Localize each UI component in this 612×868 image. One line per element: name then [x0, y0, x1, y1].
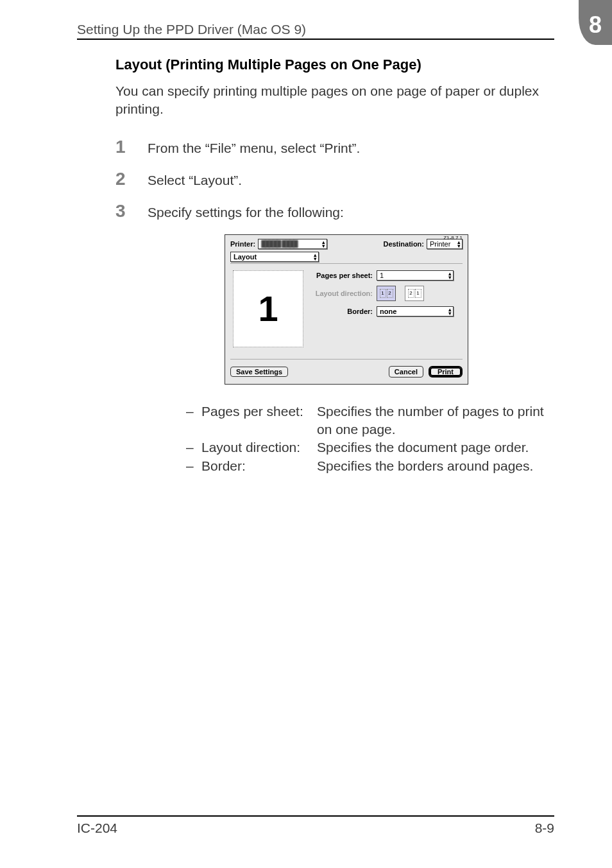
- definition-row: – Layout direction: Specifies the docume…: [186, 438, 554, 456]
- border-popup[interactable]: none ▴▾: [377, 306, 454, 317]
- dialog-version: Z1-8.7.1: [443, 235, 463, 241]
- border-value: none: [380, 308, 396, 315]
- preview-glyph: 1: [258, 288, 278, 329]
- step-number: 3: [115, 202, 148, 220]
- step-text: Select “Layout”.: [148, 170, 242, 188]
- step-2: 2 Select “Layout”.: [115, 170, 554, 188]
- pages-per-sheet-value: 1: [380, 272, 384, 279]
- running-header: Setting Up the PPD Driver (Mac OS 9): [77, 22, 306, 37]
- popup-caret-icon: ▴▾: [448, 272, 452, 279]
- border-label: Border:: [310, 308, 377, 315]
- pages-per-sheet-label: Pages per sheet:: [310, 272, 377, 279]
- dash: –: [186, 403, 201, 421]
- popup-caret-icon: ▴▾: [322, 240, 325, 248]
- definition-term: Layout direction:: [201, 438, 317, 456]
- layout-preview: 1: [233, 270, 303, 347]
- step-text: From the “File” menu, select “Print”.: [148, 138, 360, 156]
- definition-row: – Border: Specifies the borders around p…: [186, 457, 554, 475]
- layout-direction-rl-button[interactable]: 2 1: [405, 286, 424, 301]
- destination-label: Destination:: [383, 240, 424, 248]
- section-popup[interactable]: Layout ▴▾: [230, 252, 319, 262]
- layout-direction-icon: 2: [387, 289, 393, 298]
- footer-left: IC-204: [77, 820, 117, 836]
- printer-popup[interactable]: █████ ████ ▴▾: [258, 239, 327, 249]
- chapter-number-badge: 8: [579, 0, 612, 45]
- section-intro: You can specify printing multiple pages …: [115, 82, 554, 119]
- layout-direction-lr-button[interactable]: 1 2: [377, 286, 396, 301]
- cancel-button[interactable]: Cancel: [389, 366, 423, 378]
- pages-per-sheet-popup[interactable]: 1 ▴▾: [377, 270, 454, 281]
- print-button[interactable]: Print: [429, 366, 463, 378]
- popup-caret-icon: ▴▾: [457, 240, 461, 248]
- dash: –: [186, 457, 201, 475]
- layout-direction-label: Layout direction:: [310, 290, 377, 297]
- step-text: Specify settings for the following:: [148, 202, 344, 220]
- step-1: 1 From the “File” menu, select “Print”.: [115, 138, 554, 156]
- printer-value: █████ ████: [261, 240, 298, 247]
- save-settings-button[interactable]: Save Settings: [230, 367, 288, 377]
- definition-term: Pages per sheet:: [201, 403, 317, 421]
- footer-right: 8-9: [535, 820, 554, 836]
- section-title: Layout (Printing Multiple Pages on One P…: [115, 56, 554, 73]
- step-number: 1: [115, 138, 148, 156]
- definition-desc: Specifies the number of pages to print o…: [317, 403, 554, 439]
- dash: –: [186, 438, 201, 456]
- definition-term: Border:: [201, 457, 317, 475]
- popup-caret-icon: ▴▾: [448, 308, 452, 315]
- popup-caret-icon: ▴▾: [314, 253, 317, 261]
- destination-value: Printer: [430, 240, 450, 248]
- layout-direction-icon: 1: [380, 289, 386, 298]
- definition-desc: Specifies the borders around pages.: [317, 457, 554, 475]
- printer-label: Printer:: [230, 240, 255, 248]
- step-number: 2: [115, 170, 148, 188]
- step-3: 3 Specify settings for the following:: [115, 202, 554, 220]
- print-dialog: Z1-8.7.1 Printer: █████ ████ ▴▾ Destinat…: [225, 234, 468, 385]
- definition-desc: Specifies the document page order.: [317, 438, 554, 456]
- layout-direction-icon: 1: [415, 289, 421, 298]
- layout-direction-icon: 2: [408, 289, 414, 298]
- definition-row: – Pages per sheet: Specifies the number …: [186, 403, 554, 439]
- section-value: Layout: [234, 253, 257, 261]
